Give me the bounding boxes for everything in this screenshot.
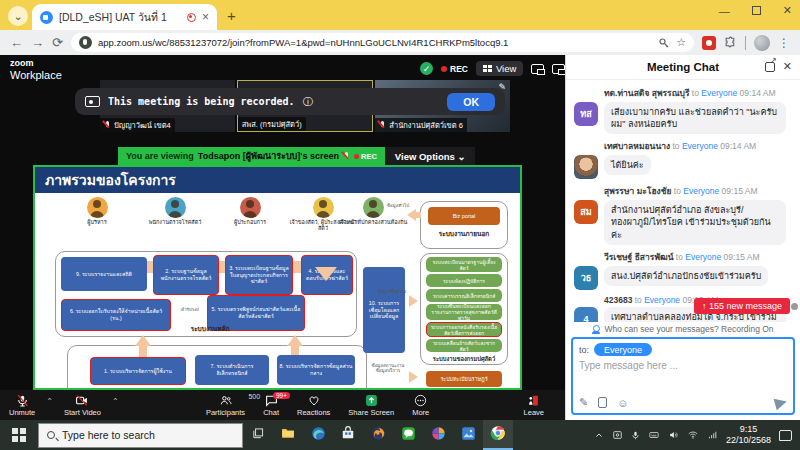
- info-icon[interactable]: ⓘ: [303, 95, 313, 109]
- dld-system-box[interactable]: ระบบห้องปฏิบัติการ: [426, 274, 502, 287]
- tray-signal-icon[interactable]: [707, 430, 718, 440]
- dld-system-box[interactable]: ระบบทะเบียนมาตรฐานผู้เลี้ยงสัตว์: [426, 257, 502, 272]
- dld-system-box[interactable]: ระบบการออกหนังสือรับรองเนื้อสัตว์เพื่อกา…: [426, 322, 502, 337]
- system-box-b7[interactable]: 7. ระบบดำเนินการอิเล็กทรอนิกส์: [195, 355, 269, 385]
- new-messages-button[interactable]: ↑ 155 new message: [694, 298, 790, 314]
- taskbar-chrome-icon[interactable]: [483, 420, 513, 450]
- toolbar-share-screen-button[interactable]: Share Screen: [339, 390, 403, 420]
- sender-name[interactable]: สุพรรษา มะโฮงชัย: [604, 186, 671, 196]
- minimize-video-icon[interactable]: [531, 64, 544, 74]
- tab-search-button[interactable]: ⌄: [8, 6, 28, 26]
- tray-keyboard-icon[interactable]: [648, 430, 660, 440]
- popout-video-icon[interactable]: [552, 64, 565, 74]
- reload-button[interactable]: ⟳: [52, 35, 63, 50]
- recipient-name[interactable]: Everyone: [682, 141, 718, 151]
- view-button[interactable]: View: [476, 61, 523, 76]
- message-input[interactable]: Type message here ...: [579, 360, 787, 396]
- gov-system-box[interactable]: ระบบทะเบียนราษฎร์: [426, 371, 502, 387]
- window-minimize-button[interactable]: —: [719, 5, 730, 17]
- participant-name-chip: ปัญญาวัฒน์ เขต4: [100, 118, 175, 132]
- chat-input-box[interactable]: to: Everyone Type message here ... ✎ ☺: [571, 337, 795, 415]
- chat-message-list[interactable]: ทด.ท่านสดิจ สุพรรณบุรี to Everyone 09:14…: [566, 80, 800, 322]
- arrow-label: ข้อมูลสถานะงาน ข้อมูลบริการ: [367, 363, 409, 374]
- recipient-pill[interactable]: Everyone: [594, 343, 652, 356]
- chat-scrollbar-thumb[interactable]: [791, 303, 798, 310]
- window-close-button[interactable]: ✕: [783, 4, 792, 17]
- browser-menu-icon[interactable]: ⋮: [778, 36, 790, 50]
- dld-system-box[interactable]: ระบบสารบรรณอิเล็กทรอนิกส์: [426, 289, 502, 302]
- passkey-icon[interactable]: [658, 37, 670, 49]
- system-box-b1[interactable]: 1. ระบบบริหารจัดการผู้ใช้งาน: [90, 357, 186, 385]
- tray-mic-tray-icon[interactable]: [631, 430, 640, 441]
- toolbar-chat-button[interactable]: 99+Chat: [254, 390, 288, 420]
- site-info-icon[interactable]: [79, 36, 92, 49]
- toolbar-reactions-button[interactable]: Reactions: [288, 390, 339, 420]
- attach-file-icon[interactable]: [598, 397, 607, 408]
- toolbar-participants-button[interactable]: 500Participants: [197, 390, 254, 420]
- encryption-shield-icon[interactable]: ✓: [420, 62, 433, 75]
- arrow-status-icon: [409, 371, 418, 383]
- forward-button[interactable]: →: [31, 35, 44, 50]
- tray-chevron-up-icon[interactable]: [594, 431, 604, 440]
- system-box-b3[interactable]: 3. ระบบทะเบียนฐานข้อมูลใบอนุญาตประกอบกิจ…: [225, 255, 293, 295]
- taskbar-line-icon[interactable]: [393, 420, 423, 450]
- system-box-b6[interactable]: 6. ระบบออกใบรับรองให้จำหน่ายเนื้อสัตว์ (…: [61, 299, 171, 331]
- window-maximize-button[interactable]: [752, 6, 761, 15]
- tray-speaker-icon[interactable]: [668, 430, 679, 440]
- dld-system-box[interactable]: ระบบขึ้นทะเบียนและออกรายงานการตรวจสุขภาพ…: [426, 304, 502, 320]
- toolbar-more-button[interactable]: More: [403, 390, 438, 420]
- chat-privacy-note[interactable]: Who can see your messages? Recording On: [566, 322, 800, 337]
- toolbar-label: Unmute: [9, 408, 35, 417]
- chat-close-icon[interactable]: ✕: [783, 60, 792, 73]
- new-tab-button[interactable]: +: [227, 7, 236, 24]
- browser-tab[interactable]: [DLD_eSH] UAT วันที่ 1 ×: [32, 4, 217, 30]
- toolbar-leave-button[interactable]: Leave: [515, 390, 553, 420]
- sender-name[interactable]: วีรเชษฐ์ ธีสารพัฒน์: [604, 252, 673, 262]
- taskbar-clock[interactable]: 9:15 22/10/2568: [726, 424, 771, 447]
- system-box-b8[interactable]: 8. ระบบบริหารจัดการข้อมูลส่วนกลาง: [277, 355, 355, 385]
- actor-2: พนักงานตรวจโรคสัตว์: [140, 197, 210, 225]
- dld-system-box[interactable]: ระบบเคลื่อนย้ายสัตว์และซากสัตว์: [426, 339, 502, 352]
- taskbar-task-view-icon[interactable]: [243, 420, 273, 450]
- taskbar-file-explorer-icon[interactable]: [273, 420, 303, 450]
- ok-button[interactable]: OK: [447, 93, 495, 111]
- sender-name[interactable]: 423683: [604, 295, 632, 305]
- recipient-name[interactable]: Everyone: [683, 186, 719, 196]
- toolbar-start-video-button[interactable]: Start Video: [55, 390, 110, 420]
- send-button-icon[interactable]: [774, 395, 789, 410]
- extension-icon[interactable]: [702, 36, 716, 50]
- sender-name[interactable]: ทด.ท่านสดิจ สุพรรณบุรี: [604, 88, 690, 98]
- bookmark-star-icon[interactable]: ☆: [676, 36, 686, 49]
- tray-wifi-icon[interactable]: [687, 430, 699, 440]
- toolbar-chevron-icon[interactable]: ⌃: [110, 397, 121, 406]
- recipient-name[interactable]: Everyone: [685, 252, 721, 262]
- view-options-button[interactable]: View Options ⌄: [385, 147, 476, 165]
- tray-window-tray-icon[interactable]: [612, 430, 623, 440]
- action-center-icon[interactable]: [779, 430, 792, 441]
- recipient-name[interactable]: Everyone: [644, 295, 680, 305]
- format-pen-icon[interactable]: ✎: [579, 396, 588, 409]
- taskbar-edge-icon[interactable]: [303, 420, 333, 450]
- start-button[interactable]: [0, 420, 38, 450]
- profile-avatar[interactable]: [754, 35, 770, 51]
- taskbar-photos-icon[interactable]: [453, 420, 483, 450]
- system-box-b10[interactable]: 10. ระบบการเชื่อมโยงแลกเปลี่ยนข้อมูล: [363, 267, 405, 353]
- taskbar-office-icon[interactable]: [423, 420, 453, 450]
- emoji-icon[interactable]: ☺: [617, 397, 628, 409]
- taskbar-store-icon[interactable]: [333, 420, 363, 450]
- back-button[interactable]: ←: [10, 35, 23, 50]
- recipient-name[interactable]: Everyone: [701, 88, 737, 98]
- biz-portal-box[interactable]: Biz portal: [428, 207, 500, 225]
- taskbar-firefox-icon[interactable]: [363, 420, 393, 450]
- toolbar-unmute-button[interactable]: Unmute: [0, 390, 44, 420]
- chat-popout-icon[interactable]: [765, 62, 775, 72]
- sender-name[interactable]: เทศบาลหมอนนาง: [604, 141, 670, 151]
- address-bar[interactable]: app.zoom.us/wc/88531237072/join?fromPWA=…: [71, 33, 694, 52]
- system-box-b9[interactable]: 9. ระบบรายงานและสถิติ: [61, 257, 147, 291]
- arrow-label: ข้อมูลทั่วไป: [379, 203, 417, 208]
- toolbar-chevron-icon[interactable]: ⌃: [44, 397, 55, 406]
- extensions-puzzle-icon[interactable]: [724, 36, 737, 49]
- taskbar-search[interactable]: Type here to search: [38, 423, 243, 448]
- system-box-b2[interactable]: 2. ระบบฐานข้อมูลพนักงานตรวจโรคสัตว์: [153, 255, 219, 295]
- tab-close-icon[interactable]: ×: [202, 10, 209, 24]
